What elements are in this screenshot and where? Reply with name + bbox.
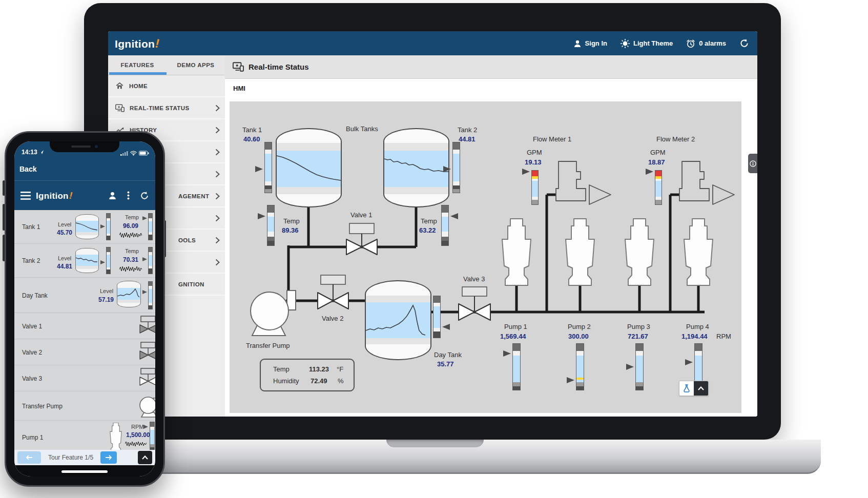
refresh-button[interactable]: [739, 38, 749, 48]
list-item-transfer-pump: Transfer Pump: [14, 391, 155, 421]
tour-collapse-button[interactable]: [138, 451, 152, 464]
chevron-right-icon: [215, 149, 220, 156]
sidebar-item-home[interactable]: HOME: [108, 75, 225, 97]
tank1-trend: [277, 151, 341, 187]
tank2-band-top: [384, 143, 448, 151]
pump2-value: 300.00: [568, 333, 589, 340]
info-tab[interactable]: [748, 154, 757, 173]
chevron-right-icon: [215, 237, 220, 244]
tank2-label: Tank 2: [458, 126, 477, 134]
sign-in-button[interactable]: Sign In: [573, 39, 607, 48]
alarms-button[interactable]: 0 alarms: [686, 39, 726, 48]
flask-button[interactable]: [679, 381, 694, 396]
tank2-temp-thumb-pointer: [142, 257, 147, 261]
flow-meter1-unit: GPM: [527, 149, 542, 156]
tank2-trend: [384, 151, 448, 187]
valve1-symbol: [346, 223, 377, 255]
flow-meter2-title: Flow Meter 2: [656, 135, 695, 143]
tank1-thumb-pointer: [100, 224, 105, 229]
wifi-icon: [130, 151, 137, 156]
light-theme-toggle[interactable]: Light Theme: [621, 39, 673, 48]
tab-demo-apps[interactable]: DEMO APPS: [167, 55, 225, 75]
page-header: Real-time Status: [225, 55, 757, 79]
day-tank-band-top: [366, 296, 430, 302]
tank1-level-pointer: [255, 166, 263, 172]
pump1-thumb-pointer: [143, 425, 148, 429]
phone-speaker: [71, 146, 91, 148]
pump3-value: 721.67: [628, 333, 648, 340]
tank1-temp-gauge: [267, 205, 275, 246]
hamburger-menu-icon[interactable]: [20, 192, 31, 200]
chevron-right-icon: [215, 127, 220, 134]
realtime-status-icon: [115, 104, 125, 112]
phone-camera: [95, 145, 98, 148]
home-icon: [115, 81, 124, 90]
pump2-label: Pump 2: [568, 323, 591, 330]
phone-screen: 14:13 Back Ignition! Tank 1 Level 45.70: [14, 141, 155, 476]
env-temp-value: 113.23: [309, 365, 329, 373]
alarm-clock-icon: [686, 39, 695, 48]
env-humidity-unit: %: [338, 377, 344, 385]
flow-meter2-body: [679, 161, 709, 201]
phone-bottom-area: [14, 465, 155, 476]
day-tank-band-bottom: [366, 338, 430, 344]
bulk-tanks-title: Bulk Tanks: [346, 125, 378, 133]
phone-notch: [50, 141, 119, 152]
tank2-value: 44.81: [459, 135, 476, 143]
sidebar-item-real-time-status[interactable]: REAL-TIME STATUS: [108, 97, 225, 119]
flow-meter1-value: 19.13: [525, 158, 542, 166]
day-tank-thumb-trend: [117, 288, 140, 300]
tour-prev-button[interactable]: [17, 451, 41, 464]
collapse-button[interactable]: [694, 381, 708, 396]
tank1-temp-label: Temp: [283, 217, 300, 225]
sign-in-label: Sign In: [585, 39, 607, 47]
tank2-level-band: [384, 151, 448, 187]
tour-label: Tour Feature 1/5: [48, 454, 93, 461]
transfer-pump-icon: [136, 394, 155, 418]
rpm-unit-label: RPM: [716, 333, 731, 340]
phone-back-button[interactable]: Back: [19, 165, 36, 173]
tank2-level-pointer: [443, 166, 451, 172]
active-tab-underline: [109, 72, 167, 75]
person-icon[interactable]: [108, 191, 117, 200]
pump4-label: Pump 4: [686, 323, 709, 330]
flow-meter1-gauge: [531, 170, 539, 205]
pump1-motor-icon: [108, 423, 124, 451]
tank1-temp-sparkline: [119, 231, 142, 239]
tour-next-button[interactable]: [100, 451, 117, 464]
phone-logo-exclaim-icon: !: [68, 190, 73, 201]
env-humidity-value: 72.49: [311, 377, 327, 385]
overflow-menu-icon[interactable]: [127, 191, 130, 200]
valve2-label: Valve 2: [322, 315, 343, 322]
phone-logo-text: Ignition: [36, 191, 69, 201]
pump1-thumb-gauge: [150, 422, 155, 451]
chevron-right-icon: [215, 259, 220, 266]
pump1-label: Pump 1: [504, 323, 527, 330]
day-tank-thumb-gauge: [148, 281, 153, 309]
tank2-temp-sparkline: [119, 265, 142, 273]
tank2-temp-gauge: [441, 205, 449, 246]
env-panel: Temp 113.23 °F Humidity 72.49 %: [260, 359, 355, 391]
alarms-label: 0 alarms: [699, 39, 726, 47]
tank2-vessel: [383, 128, 449, 208]
cellular-signal-icon: [120, 151, 128, 156]
pump3-pointer: [626, 364, 634, 370]
refresh-icon[interactable]: [140, 191, 149, 200]
tank2-thumb-pointer: [100, 260, 105, 264]
pump4-motor-symbol: [684, 219, 713, 285]
tank1-temp-thumb-pointer: [142, 216, 147, 220]
home-indicator[interactable]: [61, 470, 108, 473]
list-item-day-tank: Day Tank Level 57.19: [14, 278, 155, 313]
arrow-left-icon: [26, 455, 33, 460]
light-theme-label: Light Theme: [633, 39, 673, 47]
logo-text: Ignition: [115, 38, 155, 50]
ignition-logo[interactable]: Ignition!: [115, 36, 159, 51]
chevron-up-icon: [142, 455, 148, 460]
day-tank-level-band: [366, 302, 430, 338]
flow-meter1-title: Flow Meter 1: [533, 135, 571, 143]
valve2-symbol: [318, 275, 348, 309]
valve1-icon: [139, 316, 155, 336]
phone-device-list: Tank 1 Level 45.70 Temp 96.09 Tank 2 Lev…: [14, 210, 155, 450]
list-item-tank1: Tank 1 Level 45.70 Temp 96.09: [14, 210, 155, 244]
pump4-value: 1,194.44: [681, 333, 708, 340]
